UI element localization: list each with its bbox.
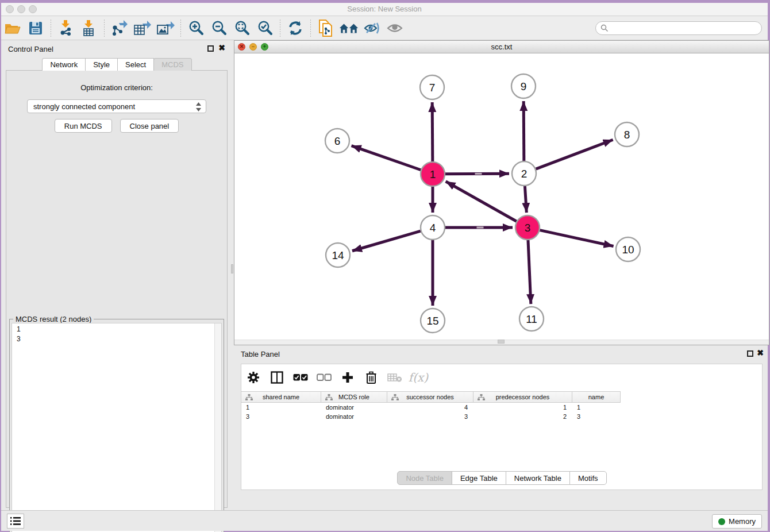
node-table-container: f(x) shared nameMCDS rolesuccessor nodes… (241, 364, 763, 490)
network-canvas[interactable]: 7968124314101511 (234, 53, 769, 340)
toolbar-separator (280, 20, 280, 37)
result-scrollbar[interactable] (214, 323, 221, 532)
tab-style[interactable]: Style (85, 58, 118, 71)
close-panel-icon[interactable]: ✖ (218, 44, 225, 52)
tab-node-table[interactable]: Node Table (397, 471, 452, 485)
table-settings-button[interactable] (246, 370, 261, 385)
duplicate-network-button[interactable] (316, 19, 336, 37)
fit-content-button[interactable] (232, 19, 252, 37)
mcds-panel: Optimization criterion: strongly connect… (6, 70, 228, 508)
cell-MCDS-role[interactable]: dominator (321, 403, 387, 412)
delete-table-button[interactable] (387, 370, 402, 385)
column-namespace-icon (325, 394, 333, 401)
delete-column-button[interactable] (364, 370, 379, 385)
cell-MCDS-role[interactable]: dominator (321, 412, 387, 421)
export-network-button[interactable] (110, 19, 129, 37)
tab-select[interactable]: Select (117, 58, 154, 71)
table-header-row: shared nameMCDS rolesuccessor nodesprede… (241, 391, 621, 403)
edge-midlabel (475, 173, 482, 175)
function-builder-button[interactable]: f(x) (411, 370, 426, 385)
export-image-button[interactable] (156, 19, 175, 37)
cell-shared-name[interactable]: 1 (241, 403, 321, 412)
column-header-shared-name[interactable]: shared name (241, 391, 321, 403)
network-graph[interactable]: 7968124314101511 (234, 53, 769, 340)
save-session-button[interactable] (26, 19, 45, 37)
cell-successor-nodes[interactable]: 3 (387, 412, 473, 421)
column-header-name[interactable]: name (572, 391, 621, 403)
add-column-button[interactable] (340, 370, 355, 385)
control-panel-title: Control Panel (8, 45, 53, 53)
mcds-buttons: Run MCDS Close panel (6, 119, 227, 133)
graph-node-10[interactable]: 10 (616, 237, 640, 261)
apply-layout-button[interactable] (286, 19, 305, 37)
graph-node-11[interactable]: 11 (519, 307, 544, 331)
edge-2-8[interactable] (536, 140, 613, 169)
mcds-result-group: MCDS result (2 nodes) 13 (9, 319, 224, 532)
first-neighbors-button[interactable] (339, 19, 359, 37)
node-label: 2 (521, 168, 528, 180)
graph-node-4[interactable]: 4 (421, 215, 445, 240)
network-resize-grip[interactable] (498, 340, 505, 344)
column-header-predecessor-nodes[interactable]: predecessor nodes (473, 391, 572, 403)
edge-3-10[interactable] (540, 230, 613, 246)
hide-selected-button[interactable] (362, 19, 382, 37)
edge-2-9[interactable] (523, 101, 524, 161)
edge-2-3[interactable] (525, 186, 526, 213)
show-all-button[interactable] (385, 19, 405, 37)
column-header-label: shared name (263, 394, 299, 400)
graph-node-8[interactable]: 8 (615, 122, 639, 147)
graph-node-3[interactable]: 3 (515, 215, 540, 240)
tab-mcds[interactable]: MCDS (153, 58, 191, 71)
zoom-selected-button[interactable] (255, 19, 275, 37)
import-table-button[interactable] (79, 19, 99, 37)
network-window-titlebar: ✕ − + scc.txt (234, 41, 769, 53)
tab-edge-table[interactable]: Edge Table (452, 471, 506, 485)
edge-3-1[interactable] (446, 182, 517, 221)
export-table-button[interactable] (133, 19, 152, 37)
show-columns-button[interactable] (270, 370, 284, 385)
cell-shared-name[interactable]: 3 (241, 412, 321, 421)
run-mcds-button[interactable]: Run MCDS (55, 119, 112, 133)
edge-3-11[interactable] (528, 240, 531, 304)
memory-button[interactable]: Memory (712, 514, 762, 529)
graph-node-7[interactable]: 7 (420, 75, 444, 99)
tab-network[interactable]: Network (42, 58, 86, 71)
edge-4-14[interactable] (352, 231, 421, 251)
graph-node-9[interactable]: 9 (511, 74, 536, 98)
graph-node-15[interactable]: 15 (421, 309, 445, 333)
graph-node-2[interactable]: 2 (512, 161, 536, 186)
graph-node-14[interactable]: 14 (326, 243, 350, 267)
cell-successor-nodes[interactable]: 4 (387, 403, 473, 412)
columns-icon (271, 371, 283, 384)
task-history-button[interactable] (7, 514, 24, 529)
edge-1-7[interactable] (432, 102, 433, 161)
edge-1-6[interactable] (352, 146, 421, 170)
table-row[interactable]: 3dominator323 (241, 412, 621, 421)
edge-midlabel (477, 227, 484, 229)
close-table-panel-icon[interactable]: ✖ (757, 349, 764, 357)
column-header-successor-nodes[interactable]: successor nodes (387, 391, 473, 403)
tab-network-table[interactable]: Network Table (506, 471, 570, 485)
open-session-button[interactable] (3, 19, 22, 37)
tab-motifs[interactable]: Motifs (569, 471, 607, 485)
float-panel-icon[interactable] (207, 45, 214, 52)
cell-name[interactable]: 3 (572, 412, 621, 421)
select-all-button[interactable] (293, 370, 308, 385)
float-table-panel-icon[interactable] (747, 350, 753, 357)
graph-node-1[interactable]: 1 (421, 162, 445, 186)
cell-predecessor-nodes[interactable]: 1 (473, 403, 572, 412)
import-network-button[interactable] (56, 19, 76, 37)
criterion-select[interactable]: strongly connected component (27, 99, 206, 113)
mcds-result-list[interactable]: 13 (11, 323, 222, 532)
search-input[interactable] (595, 21, 762, 35)
cell-predecessor-nodes[interactable]: 2 (473, 412, 572, 421)
table-row[interactable]: 1dominator411 (241, 403, 621, 412)
close-panel-button[interactable]: Close panel (120, 119, 179, 133)
cell-name[interactable]: 1 (572, 403, 621, 412)
panel-splitter-handle[interactable] (231, 264, 233, 273)
graph-node-6[interactable]: 6 (325, 129, 349, 153)
zoom-out-button[interactable] (209, 19, 229, 37)
column-header-MCDS-role[interactable]: MCDS role (321, 391, 387, 403)
deselect-all-button[interactable] (317, 370, 332, 385)
zoom-in-button[interactable] (186, 19, 206, 37)
